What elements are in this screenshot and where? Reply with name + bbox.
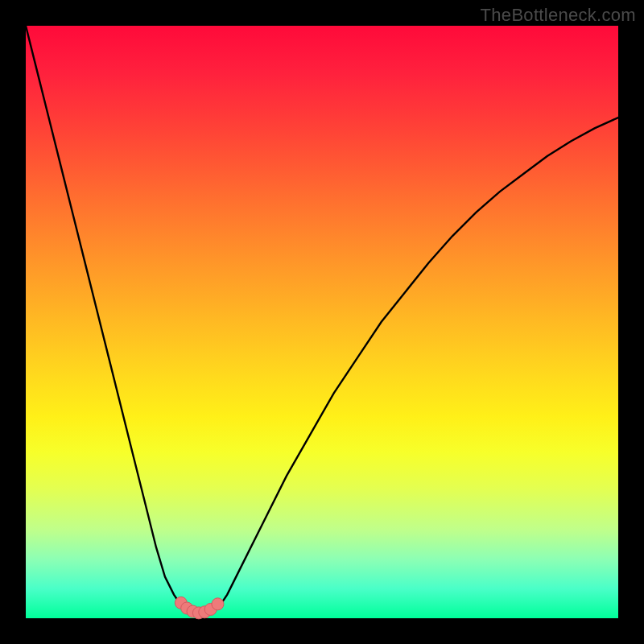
watermark-text: TheBottleneck.com: [481, 5, 636, 26]
bottleneck-curve: [26, 26, 618, 613]
chart-frame: TheBottleneck.com: [0, 0, 644, 644]
chart-svg: [26, 26, 618, 618]
valley-marker: [212, 598, 224, 610]
valley-markers-group: [175, 597, 224, 619]
